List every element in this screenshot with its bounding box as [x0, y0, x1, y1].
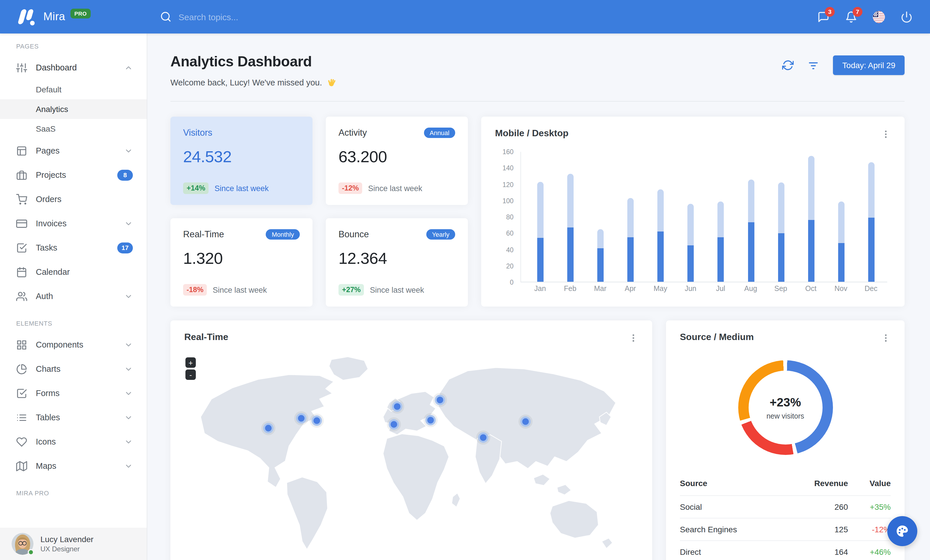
sidebar-item-auth[interactable]: Auth — [0, 284, 147, 308]
sidebar-item-forms[interactable]: Forms — [0, 381, 147, 405]
stat-period-pill[interactable]: Monthly — [266, 229, 300, 239]
sidebar-item-saas[interactable]: SaaS — [0, 119, 147, 138]
revenue-cell: 164 — [797, 547, 848, 557]
notifications-button[interactable]: 7 — [845, 11, 857, 23]
app-root: Mira PRO 3 7 — [0, 0, 930, 560]
source-cell: Direct — [680, 547, 797, 557]
sidebar-item-label: Tasks — [36, 243, 57, 252]
sidebar-item-label: Default — [36, 85, 62, 94]
bar-aug — [748, 152, 754, 282]
page-title: Analytics Dashboard — [170, 53, 336, 70]
map-marker[interactable] — [476, 430, 490, 445]
source-menu-button[interactable] — [880, 332, 892, 344]
stat-value: 1.320 — [183, 249, 300, 268]
sidebar-item-default[interactable]: Default — [0, 80, 147, 99]
map-menu-button[interactable] — [627, 332, 639, 344]
bar-apr — [627, 152, 634, 282]
refresh-button[interactable] — [782, 60, 794, 71]
theme-settings-button[interactable] — [887, 516, 917, 546]
stat-title: Activity — [339, 127, 367, 138]
sidebar-item-projects[interactable]: Projects8 — [0, 163, 147, 187]
filter-button[interactable] — [808, 60, 819, 71]
mira-logo-icon — [17, 8, 37, 25]
stat-delta-badge: -12% — [339, 183, 362, 194]
mobile-desktop-card: Mobile / Desktop 020406080100120140160 J… — [481, 117, 905, 307]
heart-icon — [16, 436, 27, 447]
sidebar-item-maps[interactable]: Maps — [0, 454, 147, 478]
sidebar-item-calendar[interactable]: Calendar — [0, 260, 147, 284]
map-marker[interactable] — [423, 413, 437, 427]
x-axis-tick-label: Dec — [862, 285, 880, 297]
top-navbar: Mira PRO 3 7 — [0, 0, 930, 34]
map-marker[interactable] — [294, 411, 308, 425]
map-zoom-in-button[interactable]: + — [185, 357, 196, 368]
sidebar-item-icons[interactable]: Icons — [0, 430, 147, 454]
chevron-down-icon — [124, 413, 133, 422]
sidebar-item-label: Orders — [36, 195, 62, 204]
more-vertical-icon — [881, 333, 891, 343]
x-axis-tick-label: Jun — [681, 285, 700, 297]
map-zoom-out-button[interactable]: - — [185, 370, 196, 380]
user-role: UX Designer — [40, 545, 94, 553]
source-table-row: Direct164+46% — [680, 540, 891, 560]
notifications-count-badge: 7 — [853, 7, 862, 17]
stat-value: 63.200 — [339, 148, 455, 166]
map-marker[interactable] — [433, 393, 447, 407]
y-axis-tick-label: 40 — [506, 246, 514, 253]
sidebar-item-pages[interactable]: Pages — [0, 138, 147, 163]
messages-button[interactable]: 3 — [818, 11, 830, 23]
chart-menu-button[interactable] — [880, 128, 892, 140]
x-axis-tick-label: Mar — [591, 285, 610, 297]
map-card-title: Real-Time — [184, 332, 228, 342]
palette-icon — [895, 524, 910, 539]
sidebar-user[interactable]: Lucy Lavender UX Designer — [0, 528, 147, 560]
date-range-button[interactable]: Today: April 29 — [833, 55, 905, 75]
map-marker[interactable] — [390, 399, 404, 414]
map-marker[interactable] — [309, 414, 324, 428]
sidebar-item-label: Auth — [36, 292, 53, 301]
sidebar-count-badge: 17 — [117, 242, 133, 253]
bar-sep — [778, 152, 784, 282]
sidebar-item-analytics[interactable]: Analytics — [0, 99, 147, 119]
map-marker[interactable] — [519, 414, 533, 429]
sidebar-item-dashboard[interactable]: Dashboard — [0, 55, 147, 80]
x-axis-tick-label: Jan — [531, 285, 549, 297]
sidebar-item-label: Analytics — [36, 104, 68, 114]
sidebar-item-tables[interactable]: Tables — [0, 405, 147, 430]
revenue-cell: 260 — [797, 502, 848, 511]
cart-icon — [16, 194, 27, 205]
donut-center-label: new visitors — [767, 412, 804, 420]
brand[interactable]: Mira PRO — [0, 0, 147, 34]
logout-button[interactable] — [901, 11, 913, 23]
filter-icon — [808, 60, 819, 71]
search-input[interactable] — [179, 12, 352, 21]
sidebar-item-orders[interactable]: Orders — [0, 187, 147, 211]
map-marker[interactable] — [387, 417, 401, 431]
search-icon — [160, 11, 172, 23]
bar-jun — [688, 152, 694, 282]
revenue-cell: 125 — [797, 525, 848, 534]
stat-period-pill[interactable]: Yearly — [426, 229, 455, 239]
us-flag-icon — [873, 11, 885, 23]
sidebar-item-invoices[interactable]: Invoices — [0, 211, 147, 236]
bar-mar — [597, 152, 604, 282]
source-medium-card: Source / Medium +23% new visitors Source… — [666, 321, 905, 560]
stat-value: 12.364 — [339, 249, 455, 268]
user-name: Lucy Lavender — [40, 535, 94, 544]
language-button[interactable] — [873, 11, 885, 23]
source-table-row: Search Engines125-12% — [680, 518, 891, 540]
sidebar-item-label: SaaS — [36, 124, 56, 133]
sidebar-item-tasks[interactable]: Tasks17 — [0, 236, 147, 260]
map-icon — [16, 460, 27, 471]
x-axis-tick-label: Jul — [711, 285, 730, 297]
map-marker[interactable] — [262, 421, 276, 435]
grid-icon — [16, 339, 27, 350]
y-axis-tick-label: 0 — [510, 279, 514, 286]
calendar-icon — [16, 267, 27, 278]
world-map[interactable] — [170, 347, 652, 553]
sidebar-section-label: PAGES — [0, 34, 147, 55]
sidebar-item-components[interactable]: Components — [0, 333, 147, 357]
sidebar-item-charts[interactable]: Charts — [0, 357, 147, 381]
stat-caption: Since last week — [212, 285, 267, 294]
stat-period-pill[interactable]: Annual — [424, 127, 455, 138]
